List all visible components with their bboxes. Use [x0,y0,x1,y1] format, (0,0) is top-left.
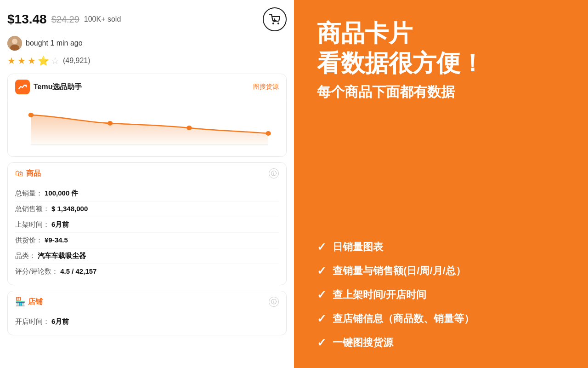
bought-text: bought 1 min ago [26,39,83,47]
product-data-card: 🛍 商品 ⓘ 总销量： 100,000 件 总销售额： $ 1,348,000 … [7,162,287,285]
product-data-card-header: 🛍 商品 ⓘ [8,163,286,184]
left-panel: $13.48 $24.29 100K+ sold bought 1 min ag… [0,0,294,368]
product-title-group: 🛍 商品 [15,169,41,178]
shopping-bag-icon: 🛍 [15,169,23,178]
check-icon-1: ✓ [317,241,326,253]
check-icon-5: ✓ [317,336,326,349]
right-subtitle: 每个商品下面都有数据 [317,83,565,102]
feature-item-4: ✓ 查店铺信息（商品数、销量等） [317,312,565,326]
total-sales-row: 总销量： 100,000 件 [15,186,279,201]
right-panel: 商品卡片 看数据很方便！ 每个商品下面都有数据 ✓ 日销量图表 ✓ 查销量与销售… [294,0,588,368]
store-info-icon[interactable]: ⓘ [269,297,279,307]
listing-time-value: 6月前 [51,220,69,229]
total-revenue-value: $ 1,348,000 [51,205,88,213]
category-label: 品类： [15,252,36,260]
svg-point-10 [266,131,271,136]
svg-point-8 [107,121,113,126]
tool-card-header: Temu选品助手 图搜货源 [8,74,286,100]
feature-text-2: 查销量与销售额(日/周/月/总） [333,264,466,278]
listing-time-label: 上架时间： [15,220,50,229]
svg-point-5 [12,39,17,44]
review-count: (49,921) [63,57,90,65]
listing-time-row: 上架时间： 6月前 [15,217,279,233]
bought-row: bought 1 min ago [7,36,287,51]
star-2: ★ [17,55,26,66]
price-original: $24.29 [51,14,79,25]
tool-name: Temu选品助手 [34,82,82,92]
store-open-time-row: 开店时间： 6月前 [15,314,279,329]
product-data-rows: 总销量： 100,000 件 总销售额： $ 1,348,000 上架时间： 6… [8,184,286,285]
total-sales-label: 总销量： [15,189,43,198]
price-row: $13.48 $24.29 100K+ sold [7,7,287,31]
price-current: $13.48 [7,12,47,27]
store-title-group: 🏪 店铺 [15,297,43,307]
feature-item-2: ✓ 查销量与销售额(日/周/月/总） [317,264,565,278]
feature-text-5: 一键图搜货源 [333,336,393,350]
avatar [7,36,22,51]
stars-row: ★ ★ ★ ⭐ ☆ (49,921) [7,55,287,66]
tool-card: Temu选品助手 图搜货源 [7,74,287,157]
star-1: ★ [7,55,16,66]
tool-icon [15,80,30,94]
feature-text-3: 查上架时间/开店时间 [333,288,426,302]
feature-text-1: 日销量图表 [333,240,383,254]
supply-price-label: 供货价： [15,236,43,245]
check-icon-3: ✓ [317,288,326,301]
feature-item-3: ✓ 查上架时间/开店时间 [317,288,565,302]
svg-point-7 [28,113,34,117]
image-search-link[interactable]: 图搜货源 [253,83,279,91]
supply-price-row: 供货价： ¥9-34.5 [15,233,279,248]
store-card-title: 店铺 [28,297,43,307]
total-revenue-row: 总销售额： $ 1,348,000 [15,201,279,217]
category-row: 品类： 汽车车载吸尘器 [15,248,279,264]
rating-value: 4.5 / 42,157 [60,267,96,275]
features-list: ✓ 日销量图表 ✓ 查销量与销售额(日/周/月/总） ✓ 查上架时间/开店时间 … [317,240,565,350]
check-icon-4: ✓ [317,312,326,325]
svg-point-0 [273,23,274,24]
rating-row: 评分/评论数： 4.5 / 42,157 [15,264,279,279]
store-icon: 🏪 [15,297,25,307]
star-half: ⭐ [38,55,49,66]
star-empty: ☆ [51,55,59,66]
right-title: 商品卡片 看数据很方便！ [317,18,565,78]
chart-area [8,100,286,156]
tool-brand: Temu选品助手 [15,80,82,94]
feature-text-4: 查店铺信息（商品数、销量等） [333,312,474,326]
rating-label: 评分/评论数： [15,267,58,276]
category-value: 汽车车载吸尘器 [38,252,86,260]
star-3: ★ [28,55,36,66]
total-sales-value: 100,000 件 [45,189,78,198]
total-revenue-label: 总销售额： [15,205,50,213]
right-content: 商品卡片 看数据很方便！ 每个商品下面都有数据 [317,18,565,120]
sales-chart [15,106,279,147]
check-icon-2: ✓ [317,264,326,277]
supply-price-value: ¥9-34.5 [45,236,68,244]
store-open-time-label: 开店时间： [15,317,50,326]
store-card-header: 🏪 店铺 ⓘ [8,291,286,312]
product-card-title: 商品 [26,169,41,178]
product-info-icon[interactable]: ⓘ [269,168,279,178]
sold-badge: 100K+ sold [84,15,121,23]
feature-item-1: ✓ 日销量图表 [317,240,565,254]
svg-point-1 [278,23,279,24]
svg-point-9 [187,126,192,130]
feature-item-5: ✓ 一键图搜货源 [317,336,565,350]
add-to-cart-button[interactable] [263,7,287,31]
store-data-rows: 开店时间： 6月前 [8,312,286,335]
store-card: 🏪 店铺 ⓘ 开店时间： 6月前 [7,291,287,335]
store-open-time-value: 6月前 [51,317,69,326]
